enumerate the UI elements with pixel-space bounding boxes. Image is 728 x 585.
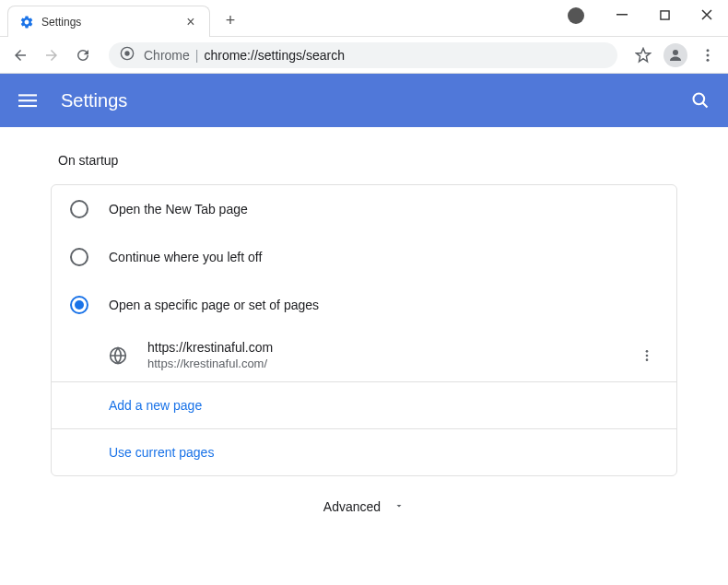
browser-tab[interactable]: Settings × bbox=[7, 6, 210, 37]
close-icon[interactable]: × bbox=[183, 15, 198, 29]
globe-icon bbox=[109, 346, 127, 365]
svg-rect-0 bbox=[616, 14, 628, 16]
radio-icon bbox=[70, 200, 88, 218]
radio-icon bbox=[70, 248, 88, 266]
svg-point-6 bbox=[707, 53, 710, 56]
svg-point-15 bbox=[646, 358, 649, 361]
advanced-toggle[interactable]: Advanced bbox=[51, 476, 677, 537]
svg-point-7 bbox=[707, 58, 710, 61]
radio-label: Open a specific page or set of pages bbox=[109, 298, 319, 312]
radio-icon bbox=[70, 296, 88, 314]
browser-toolbar: Chrome|chrome://settings/search bbox=[0, 37, 728, 74]
settings-header: Settings bbox=[0, 74, 728, 127]
svg-rect-10 bbox=[18, 105, 37, 107]
radio-option-newtab[interactable]: Open the New Tab page bbox=[52, 185, 676, 233]
radio-option-specific[interactable]: Open a specific page or set of pages bbox=[52, 281, 676, 329]
startup-card: Open the New Tab page Continue where you… bbox=[51, 184, 677, 476]
url-text: Chrome|chrome://settings/search bbox=[144, 48, 345, 63]
svg-rect-9 bbox=[18, 99, 37, 101]
svg-point-4 bbox=[673, 50, 678, 55]
advanced-label: Advanced bbox=[323, 499, 381, 514]
bookmark-icon[interactable] bbox=[630, 42, 656, 68]
chevron-down-icon bbox=[393, 498, 405, 515]
content-scroll-area[interactable]: On startup Open the New Tab page Continu… bbox=[0, 127, 728, 585]
radio-option-continue[interactable]: Continue where you left off bbox=[52, 233, 676, 281]
svg-rect-8 bbox=[18, 94, 37, 96]
radio-label: Continue where you left off bbox=[109, 250, 262, 264]
svg-rect-1 bbox=[660, 10, 668, 18]
close-button[interactable] bbox=[686, 0, 728, 29]
page-entry-title: https://krestinaful.com bbox=[147, 340, 636, 355]
new-tab-button[interactable]: + bbox=[217, 7, 243, 33]
svg-point-3 bbox=[124, 51, 129, 55]
svg-point-13 bbox=[646, 350, 649, 353]
use-current-row: Use current pages bbox=[52, 428, 676, 475]
chrome-icon bbox=[120, 46, 135, 64]
window-titlebar: Settings × + bbox=[0, 0, 728, 37]
incognito-icon[interactable] bbox=[568, 7, 584, 24]
maximize-button[interactable] bbox=[643, 0, 686, 29]
svg-point-11 bbox=[694, 94, 705, 105]
section-title: On startup bbox=[51, 153, 677, 168]
address-bar[interactable]: Chrome|chrome://settings/search bbox=[109, 42, 617, 68]
page-info: https://krestinaful.com https://krestina… bbox=[147, 340, 636, 370]
minimize-button[interactable] bbox=[601, 0, 643, 29]
svg-point-14 bbox=[646, 354, 649, 357]
menu-icon[interactable] bbox=[695, 42, 721, 68]
radio-label: Open the New Tab page bbox=[109, 202, 248, 216]
hamburger-icon[interactable] bbox=[17, 89, 39, 111]
page-title: Settings bbox=[61, 90, 689, 111]
gear-icon bbox=[19, 15, 34, 29]
forward-button[interactable] bbox=[39, 42, 65, 68]
reload-button[interactable] bbox=[70, 42, 96, 68]
add-page-row: Add a new page bbox=[52, 381, 676, 428]
tab-title: Settings bbox=[41, 16, 183, 29]
startup-page-entry: https://krestinaful.com https://krestina… bbox=[52, 329, 676, 381]
profile-avatar[interactable] bbox=[663, 43, 687, 67]
settings-content: On startup Open the New Tab page Continu… bbox=[51, 127, 677, 574]
page-entry-url: https://krestinaful.com/ bbox=[147, 357, 636, 370]
add-page-link[interactable]: Add a new page bbox=[109, 398, 202, 413]
more-icon[interactable] bbox=[636, 345, 658, 367]
back-button[interactable] bbox=[7, 42, 33, 68]
search-icon[interactable] bbox=[689, 89, 711, 111]
svg-point-5 bbox=[707, 49, 710, 52]
use-current-link[interactable]: Use current pages bbox=[109, 445, 214, 460]
window-controls bbox=[568, 0, 728, 37]
